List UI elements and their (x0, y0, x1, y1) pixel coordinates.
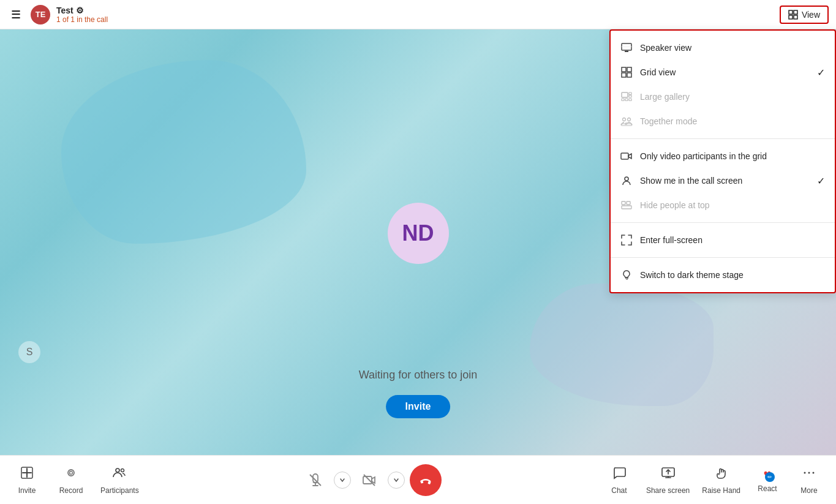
header: ☰ TE Test ⚙ 1 of 1 in the call View (0, 0, 836, 29)
only-video-label: Only video participants in the grid (640, 151, 825, 161)
speaker-view-icon (620, 42, 633, 54)
svg-rect-5 (625, 51, 628, 52)
chat-icon (612, 465, 627, 484)
mic-button[interactable] (302, 467, 329, 494)
lightbulb-icon (620, 269, 633, 281)
raise-hand-icon (714, 465, 729, 484)
fullscreen-icon (620, 234, 633, 246)
svg-point-17 (623, 118, 626, 121)
invite-call-button[interactable]: Invite (386, 395, 451, 418)
menu-item-speaker[interactable]: Speaker view (611, 36, 835, 60)
hamburger-button[interactable]: ☰ (7, 4, 24, 25)
fullscreen-label: Enter full-screen (640, 235, 825, 245)
svg-rect-7 (622, 67, 626, 72)
more-button[interactable]: More (794, 465, 824, 495)
menu-item-grid[interactable]: Grid view ✓ (611, 60, 835, 85)
toolbar-right: Chat Share screen Raise Hand (604, 465, 824, 495)
grid-view-menu-icon (620, 66, 633, 78)
view-menu: Speaker view Grid view ✓ (609, 29, 836, 293)
meeting-info: Test ⚙ 1 of 1 in the call (56, 6, 108, 24)
svg-rect-8 (627, 67, 631, 72)
large-gallery-label: Large gallery (640, 92, 825, 102)
svg-point-27 (70, 471, 73, 474)
hide-people-icon (620, 199, 633, 211)
menu-item-large-gallery: Large gallery (611, 85, 835, 109)
menu-item-dark-theme[interactable]: Switch to dark theme stage (611, 263, 835, 287)
svg-rect-13 (629, 96, 631, 98)
show-me-icon (620, 175, 633, 187)
svg-rect-11 (622, 92, 628, 97)
hide-people-label: Hide people at top (640, 200, 825, 210)
participants-icon (112, 465, 127, 484)
menu-item-show-me[interactable]: Show me in the call screen ✓ (611, 168, 835, 193)
svg-rect-24 (622, 206, 631, 209)
svg-rect-14 (622, 99, 624, 101)
avatar: TE (31, 5, 50, 24)
svg-rect-16 (629, 99, 631, 101)
grid-view-icon (788, 10, 798, 20)
raise-hand-button[interactable]: Raise Hand (702, 465, 740, 495)
more-icon (802, 465, 816, 484)
invite-toolbar-button[interactable]: Invite (12, 465, 42, 495)
menu-item-together: Together mode (611, 109, 835, 134)
toolbar-center (302, 464, 442, 496)
invite-icon (20, 465, 34, 484)
participant-avatar: ND (388, 203, 449, 264)
share-screen-label: Share screen (646, 486, 690, 495)
svg-point-37 (808, 472, 810, 473)
chat-toolbar-label: Chat (611, 486, 627, 495)
show-me-check: ✓ (817, 175, 825, 187)
participants-toolbar-button[interactable]: Participants (100, 465, 139, 495)
share-screen-icon (661, 465, 676, 484)
watermark: S (18, 341, 40, 363)
show-me-label: Show me in the call screen (640, 176, 825, 186)
large-gallery-icon (620, 91, 633, 103)
svg-rect-23 (627, 201, 630, 205)
svg-rect-20 (621, 153, 628, 159)
dark-theme-label: Switch to dark theme stage (640, 270, 825, 280)
toolbar-left: Invite Record Participants (12, 465, 139, 495)
record-toolbar-label: Record (59, 486, 83, 495)
header-right: View (780, 6, 829, 24)
record-icon (64, 465, 78, 484)
toolbar: Invite Record Participants (0, 455, 836, 504)
more-label: More (800, 486, 817, 495)
camera-arrow-button[interactable] (388, 472, 405, 489)
react-button[interactable]: ♥ ✏ React (753, 467, 782, 493)
mic-arrow-button[interactable] (334, 472, 351, 489)
video-participants-icon (620, 150, 633, 162)
together-mode-label: Together mode (640, 116, 825, 126)
participants-toolbar-label: Participants (100, 486, 139, 495)
video-options-section: Only video participants in the grid Show… (611, 139, 835, 223)
view-modes-section: Speaker view Grid view ✓ (611, 31, 835, 139)
settings-icon[interactable]: ⚙ (76, 6, 84, 15)
react-label: React (758, 484, 777, 493)
react-edit-badge: ✏ (765, 472, 775, 482)
grid-view-check: ✓ (817, 67, 825, 78)
svg-point-38 (813, 472, 815, 473)
svg-point-21 (625, 177, 628, 181)
menu-item-only-video[interactable]: Only video participants in the grid (611, 144, 835, 168)
header-left: ☰ TE Test ⚙ 1 of 1 in the call (7, 4, 108, 25)
menu-item-fullscreen[interactable]: Enter full-screen (611, 228, 835, 252)
share-screen-button[interactable]: Share screen (646, 465, 690, 495)
fullscreen-section: Enter full-screen (611, 223, 835, 258)
camera-button[interactable] (356, 467, 383, 494)
svg-rect-15 (625, 99, 628, 101)
svg-point-36 (804, 472, 806, 473)
chat-toolbar-button[interactable]: Chat (604, 465, 634, 495)
speaker-view-label: Speaker view (640, 43, 825, 53)
end-call-button[interactable] (410, 464, 442, 496)
waiting-text: Waiting for others to join (359, 369, 477, 382)
svg-point-29 (121, 468, 124, 472)
svg-rect-2 (789, 15, 793, 19)
invite-toolbar-label: Invite (18, 486, 36, 495)
dark-theme-section: Switch to dark theme stage (611, 258, 835, 292)
participants-count: 1 of 1 in the call (56, 15, 108, 24)
record-toolbar-button[interactable]: Record (56, 465, 86, 495)
svg-point-18 (628, 118, 631, 121)
svg-rect-22 (622, 201, 625, 205)
view-button[interactable]: View (780, 6, 829, 24)
svg-rect-10 (627, 73, 631, 77)
together-mode-icon (620, 115, 633, 127)
